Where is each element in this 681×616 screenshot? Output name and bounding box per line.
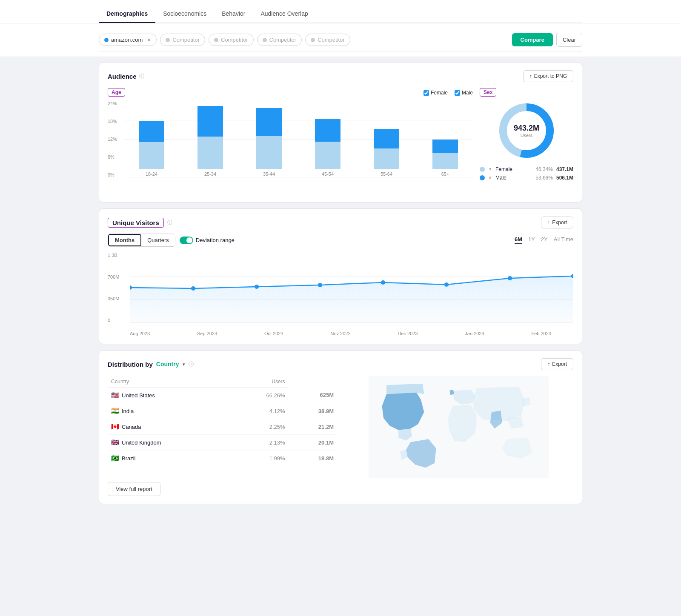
svg-point-5 xyxy=(255,285,259,289)
y-uv-0: 0 xyxy=(108,318,129,323)
sex-section: Sex 943.2M Users xyxy=(480,88,573,194)
sex-male-label: Male xyxy=(495,175,506,181)
time-btn-6m[interactable]: 6M xyxy=(515,236,522,244)
x-aug-2023: Aug 2023 xyxy=(130,331,150,336)
deviation-label: Deviation range xyxy=(196,237,235,243)
legend-male: Male xyxy=(455,90,473,96)
bar-label-55-64: 55-64 xyxy=(381,171,392,177)
row-us-country: 🇺🇸United States xyxy=(108,388,232,403)
y-uv-350m: 350M xyxy=(108,296,129,301)
y-label-24: 24% xyxy=(108,101,123,106)
line-chart-svg xyxy=(130,253,573,323)
y-uv-700m: 700M xyxy=(108,274,129,279)
male-pct: 53.66% xyxy=(535,175,553,181)
uv-export-icon: ↑ xyxy=(547,220,550,225)
competitor-chip-1[interactable]: Competitor xyxy=(160,34,205,46)
uv-info-icon[interactable]: ⓘ xyxy=(167,219,172,226)
row-us-users: 625M xyxy=(289,388,337,403)
age-section: Age Female Male xyxy=(108,88,473,194)
competitor-chip-4[interactable]: Competitor xyxy=(305,34,350,46)
deviation-toggle: Deviation range xyxy=(180,237,235,244)
time-btn-1y[interactable]: 1Y xyxy=(528,236,535,244)
x-feb-2024: Feb 2024 xyxy=(531,331,551,336)
male-val: 506.1M xyxy=(556,175,573,181)
audience-title: Audience xyxy=(108,73,137,80)
dist-info-icon[interactable]: ⓘ xyxy=(189,361,194,368)
clear-button[interactable]: Clear xyxy=(556,33,582,47)
tab-behavior[interactable]: Behavior xyxy=(214,5,253,23)
uv-export-button[interactable]: ↑ Export xyxy=(541,217,573,228)
compare-button[interactable]: Compare xyxy=(512,33,553,46)
bar-label-25-34: 25-34 xyxy=(204,171,216,177)
sex-legend: ♀ Female 46.34% 437.1M ♂ Male 53.66% 506… xyxy=(480,166,573,183)
row-br-users: 18.8M xyxy=(289,451,337,466)
female-legend-label: Female xyxy=(431,90,448,96)
x-oct-2023: Oct 2023 xyxy=(264,331,283,336)
svg-point-7 xyxy=(381,280,385,285)
row-br-country: 🇧🇷Brazil xyxy=(108,451,232,466)
competitor-chip-3[interactable]: Competitor xyxy=(257,34,302,46)
time-range-group: 6M 1Y 2Y All Time xyxy=(515,236,573,244)
months-button[interactable]: Months xyxy=(108,234,141,246)
world-map xyxy=(344,376,573,479)
male-legend-label: Male xyxy=(462,90,473,96)
months-quarters-toggle: Months Quarters xyxy=(108,234,175,247)
primary-dot xyxy=(104,38,109,42)
deviation-switch[interactable] xyxy=(180,237,193,244)
x-sep-2023: Sep 2023 xyxy=(197,331,217,336)
donut-chart: 943.2M Users ♀ Female 46.34% 437.1M xyxy=(480,101,573,183)
audience-card: Audience ⓘ ↑ Export to PNG Age Female xyxy=(99,62,582,202)
dist-export-label: Export xyxy=(552,361,567,367)
close-primary-icon[interactable]: ✕ xyxy=(147,37,151,43)
row-ca-country: 🇨🇦Canada xyxy=(108,419,232,435)
primary-domain-chip[interactable]: amazon.com ✕ xyxy=(99,34,157,46)
age-label: Age xyxy=(108,88,125,97)
tab-demographics[interactable]: Demographics xyxy=(99,5,155,23)
row-ca-pct: 2.25% xyxy=(232,419,289,435)
male-checkbox[interactable] xyxy=(455,90,460,96)
row-ca-users: 21.2M xyxy=(289,419,337,435)
dist-chevron-icon[interactable]: ▾ xyxy=(183,362,185,367)
quarters-button[interactable]: Quarters xyxy=(141,234,175,246)
sex-label: Sex xyxy=(480,88,496,97)
row-uk-country: 🇬🇧United Kingdom xyxy=(108,435,232,451)
y-uv-1-3b: 1.3B xyxy=(108,253,129,258)
svg-point-9 xyxy=(508,276,512,280)
tab-audience-overlap[interactable]: Audience Overlap xyxy=(253,5,315,23)
bar-group-65-plus: 65+ xyxy=(418,131,473,177)
x-jan-2024: Jan 2024 xyxy=(465,331,484,336)
competitor-chip-2[interactable]: Competitor xyxy=(209,34,254,46)
switch-knob xyxy=(186,237,192,243)
view-full-report-button[interactable]: View full report xyxy=(108,482,160,496)
country-dropdown[interactable]: Country xyxy=(156,361,179,368)
audience-info-icon[interactable]: ⓘ xyxy=(139,73,144,80)
time-btn-2y[interactable]: 2Y xyxy=(541,236,548,244)
female-val: 437.1M xyxy=(556,166,573,172)
row-in-users: 38.9M xyxy=(289,403,337,419)
table-row: 🇨🇦Canada 2.25% 21.2M xyxy=(108,419,337,435)
comp1-dot xyxy=(166,38,170,42)
comp3-dot xyxy=(263,38,267,42)
dist-title: Distribution by xyxy=(108,361,153,368)
sex-female-label: Female xyxy=(495,166,512,172)
female-dot xyxy=(480,167,485,172)
female-checkbox[interactable] xyxy=(423,90,429,96)
bar-group-18-24: 18-24 xyxy=(124,109,179,177)
table-row: 🇬🇧United Kingdom 2.13% 20.1M xyxy=(108,435,337,451)
comp3-label: Competitor xyxy=(269,37,297,43)
bar-group-25-34: 25-34 xyxy=(183,92,238,177)
dist-export-button[interactable]: ↑ Export xyxy=(541,358,573,370)
age-bar-chart: 0% 6% 12% 18% 24% xyxy=(108,101,473,194)
bar-group-55-64: 55-64 xyxy=(359,118,414,177)
export-png-button[interactable]: ↑ Export to PNG xyxy=(523,70,573,82)
tab-socioeconomics[interactable]: Socioeconomics xyxy=(155,5,214,23)
comp4-dot xyxy=(311,38,315,42)
time-btn-alltime[interactable]: All Time xyxy=(554,236,573,244)
bar-label-45-54: 45-54 xyxy=(322,171,334,177)
line-chart-wrap: 0 350M 700M 1.3B xyxy=(108,253,573,336)
table-row: 🇧🇷Brazil 1.99% 18.8M xyxy=(108,451,337,466)
row-br-pct: 1.99% xyxy=(232,451,289,466)
x-nov-2023: Nov 2023 xyxy=(330,331,350,336)
female-pct: 46.34% xyxy=(535,166,553,172)
comp1-label: Competitor xyxy=(172,37,200,43)
